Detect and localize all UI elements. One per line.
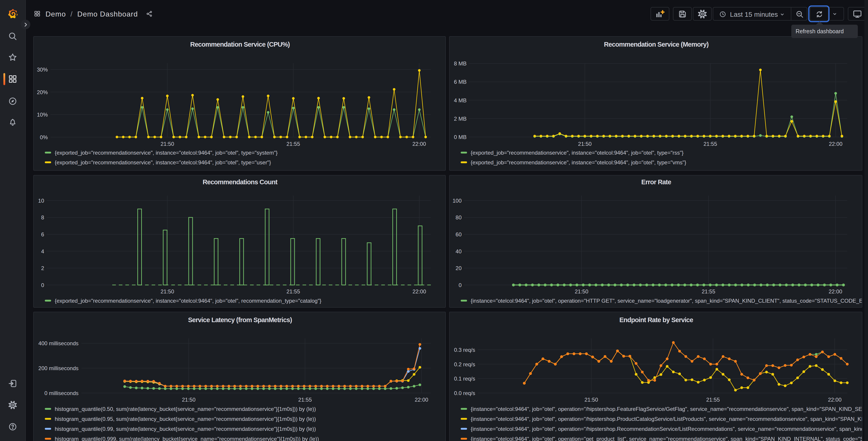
svg-text:histogram_quantile(0.999, sum(: histogram_quantile(0.999, sum(rate(laten…	[55, 436, 319, 441]
svg-text:4: 4	[41, 248, 44, 255]
svg-text:21:50: 21:50	[578, 141, 592, 147]
svg-text:{exported_job="recommendations: {exported_job="recommendationservice", i…	[55, 150, 278, 156]
svg-text:22:00: 22:00	[412, 141, 426, 147]
svg-text:100: 100	[453, 198, 462, 204]
svg-text:20: 20	[456, 265, 462, 271]
svg-text:21:55: 21:55	[704, 141, 717, 147]
svg-text:22:00: 22:00	[415, 396, 428, 403]
svg-text:21:50: 21:50	[160, 288, 174, 295]
svg-text:8: 8	[41, 214, 44, 220]
svg-text:21:55: 21:55	[286, 141, 300, 147]
svg-text:{exported_job="recommendations: {exported_job="recommendationservice", i…	[55, 159, 271, 166]
svg-text:21:50: 21:50	[575, 288, 588, 295]
svg-text:400 milliseconds: 400 milliseconds	[38, 340, 79, 346]
svg-text:4 MB: 4 MB	[454, 97, 467, 104]
svg-text:40: 40	[456, 248, 462, 255]
svg-text:{instance="otelcol:9464", job=: {instance="otelcol:9464", job="otel", op…	[471, 436, 862, 441]
svg-text:{instance="otelcol:9464", job=: {instance="otelcol:9464", job="otel", op…	[471, 416, 862, 422]
svg-text:0.2 req/s: 0.2 req/s	[454, 361, 475, 368]
svg-text:80: 80	[456, 214, 462, 220]
svg-text:8 MB: 8 MB	[454, 60, 467, 66]
svg-text:2: 2	[41, 265, 44, 271]
svg-text:0.0 req/s: 0.0 req/s	[454, 390, 475, 396]
svg-text:22:00: 22:00	[412, 288, 426, 295]
svg-text:21:55: 21:55	[702, 288, 715, 295]
svg-text:0: 0	[459, 282, 462, 288]
svg-text:60: 60	[456, 231, 462, 237]
svg-text:Endpoint Rate by Service: Endpoint Rate by Service	[619, 316, 693, 324]
svg-text:0.1 req/s: 0.1 req/s	[454, 376, 475, 382]
svg-text:21:50: 21:50	[182, 396, 195, 403]
svg-text:histogram_quantile(0.99, sum(r: histogram_quantile(0.99, sum(rate(latenc…	[55, 426, 316, 432]
svg-text:{instance="otelcol:9464", job=: {instance="otelcol:9464", job="otel", op…	[471, 426, 862, 432]
svg-text:22:00: 22:00	[829, 288, 842, 295]
svg-text:10%: 10%	[37, 112, 48, 118]
svg-text:{instance="otelcol:9464", job=: {instance="otelcol:9464", job="otel", op…	[471, 298, 862, 304]
svg-text:21:55: 21:55	[706, 396, 720, 403]
svg-text:{exported_job="recommendations: {exported_job="recommendationservice", i…	[471, 150, 684, 156]
svg-text:{exported_job="recommendations: {exported_job="recommendationservice", i…	[55, 298, 321, 304]
svg-text:Error Rate: Error Rate	[641, 178, 671, 186]
svg-text:{exported_job="recommendations: {exported_job="recommendationservice", i…	[471, 159, 686, 166]
svg-text:10: 10	[38, 198, 44, 204]
svg-text:6: 6	[41, 231, 44, 237]
svg-text:22:00: 22:00	[829, 141, 842, 147]
svg-text:histogram_quantile(0.95, sum(r: histogram_quantile(0.95, sum(rate(latenc…	[55, 416, 316, 422]
svg-text:21:55: 21:55	[298, 396, 312, 403]
svg-text:21:50: 21:50	[160, 141, 174, 147]
svg-text:200 milliseconds: 200 milliseconds	[38, 365, 79, 371]
svg-text:22:00: 22:00	[828, 396, 841, 403]
svg-text:Recommendations Count: Recommendations Count	[203, 178, 278, 186]
svg-text:21:55: 21:55	[286, 288, 300, 295]
svg-text:histogram_quantile(0.50, sum(r: histogram_quantile(0.50, sum(rate(latenc…	[55, 406, 316, 412]
svg-text:Recommendation Service (CPU%): Recommendation Service (CPU%)	[190, 41, 290, 48]
svg-text:21:50: 21:50	[585, 396, 598, 403]
svg-text:0 milliseconds: 0 milliseconds	[44, 390, 79, 396]
svg-text:0: 0	[41, 282, 44, 288]
svg-text:30%: 30%	[37, 66, 48, 73]
svg-text:Service Latency (from SpanMetr: Service Latency (from SpanMetrics)	[188, 316, 292, 324]
svg-text:{instance="otelcol:9464", job=: {instance="otelcol:9464", job="otel", op…	[471, 406, 862, 412]
svg-text:0.3 req/s: 0.3 req/s	[454, 347, 475, 353]
svg-text:0%: 0%	[40, 134, 48, 140]
svg-text:2 MB: 2 MB	[454, 116, 467, 122]
svg-text:20%: 20%	[37, 89, 48, 95]
svg-text:0 MB: 0 MB	[454, 134, 467, 140]
svg-text:6 MB: 6 MB	[454, 79, 467, 85]
svg-text:Recommendation Service (Memory: Recommendation Service (Memory)	[604, 41, 709, 48]
